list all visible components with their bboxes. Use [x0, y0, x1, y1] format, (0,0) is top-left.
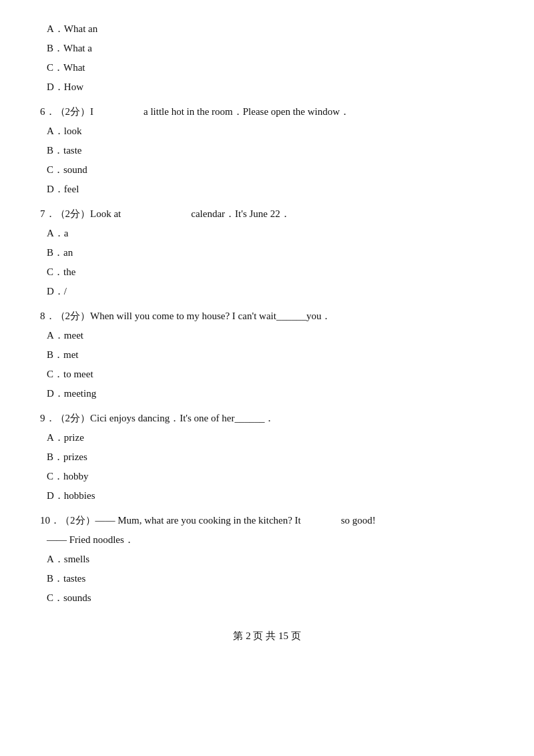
option-line: C．sound [40, 161, 494, 179]
content-area: A．What anB．What aC．WhatD．How6．（2分）I a li… [40, 20, 494, 607]
question-line: 7．（2分）Look at calendar．It's June 22． [40, 205, 494, 223]
option-line: D．meeting [40, 385, 494, 403]
option-line: C．to meet [40, 365, 494, 383]
question-line: 8．（2分）When will you come to my house? I … [40, 307, 494, 325]
option-line: A．prize [40, 429, 494, 447]
option-line: A．look [40, 122, 494, 140]
option-line: D．/ [40, 282, 494, 301]
option-line: B．tastes [40, 570, 494, 588]
option-line: A．smells [40, 550, 494, 568]
option-line: B．met [40, 346, 494, 364]
option-line: B．an [40, 244, 494, 262]
option-line: D．feel [40, 180, 494, 198]
option-line: B．What a [40, 39, 494, 57]
option-line: C．What [40, 59, 494, 77]
option-line: D．hobbies [40, 487, 494, 505]
question-line: 10．（2分）—— Mum, what are you cooking in t… [40, 512, 494, 530]
option-line: A．What an [40, 20, 494, 38]
option-line: D．How [40, 78, 494, 96]
page-footer: 第 2 页 共 15 页 [40, 627, 494, 645]
option-line: B．prizes [40, 448, 494, 466]
option-line: B．taste [40, 142, 494, 160]
option-line: C．sounds [40, 589, 494, 607]
footer-text: 第 2 页 共 15 页 [233, 630, 300, 641]
option-line: A．meet [40, 327, 494, 345]
option-line: —— Fried noodles． [40, 531, 494, 549]
option-line: A．a [40, 224, 494, 242]
question-line: 9．（2分）Cici enjoys dancing．It's one of he… [40, 409, 494, 427]
option-line: C．hobby [40, 467, 494, 486]
question-line: 6．（2分）I a little hot in the room．Please … [40, 103, 494, 121]
option-line: C．the [40, 263, 494, 281]
